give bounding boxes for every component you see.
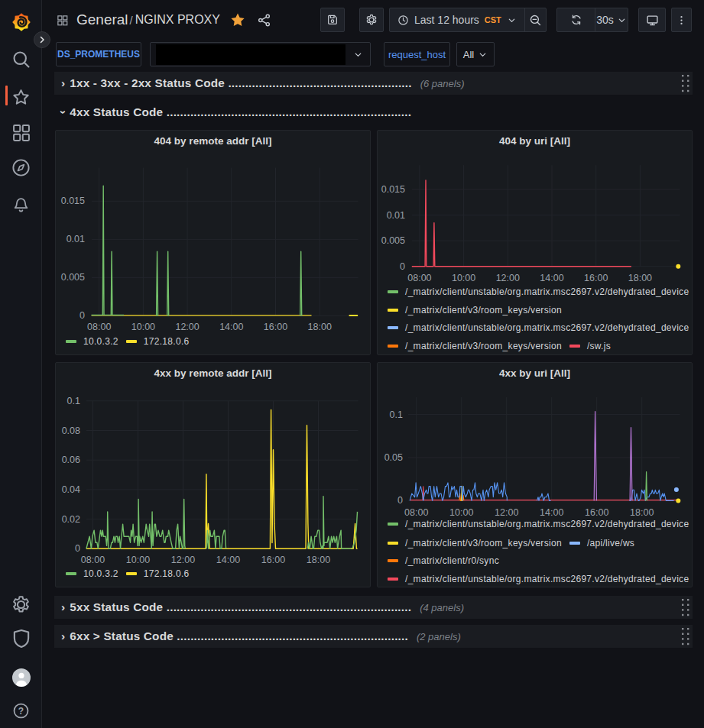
- svg-text:0.01: 0.01: [67, 234, 85, 244]
- svg-text:12:00: 12:00: [495, 507, 518, 518]
- svg-text:0: 0: [79, 310, 85, 321]
- svg-text:18:00: 18:00: [630, 507, 654, 518]
- svg-text:10:00: 10:00: [452, 273, 475, 283]
- svg-text:08:00: 08:00: [407, 273, 431, 283]
- svg-text:0.01: 0.01: [387, 210, 405, 221]
- svg-text:12:00: 12:00: [496, 273, 520, 283]
- svg-text:08:00: 08:00: [81, 555, 105, 565]
- svg-text:10:00: 10:00: [131, 322, 155, 332]
- svg-text:0.015: 0.015: [61, 196, 85, 206]
- svg-text:16:00: 16:00: [585, 507, 608, 518]
- svg-text:0.02: 0.02: [62, 514, 80, 525]
- svg-text:14:00: 14:00: [219, 322, 243, 332]
- svg-text:18:00: 18:00: [628, 273, 652, 283]
- svg-text:16:00: 16:00: [584, 273, 608, 283]
- svg-text:14:00: 14:00: [216, 555, 240, 565]
- svg-text:0.005: 0.005: [381, 235, 405, 246]
- svg-text:0: 0: [400, 261, 405, 272]
- svg-text:18:00: 18:00: [308, 322, 332, 332]
- svg-text:?: ?: [18, 706, 24, 717]
- svg-text:12:00: 12:00: [171, 555, 195, 565]
- svg-text:10:00: 10:00: [449, 507, 473, 518]
- svg-text:0.005: 0.005: [61, 272, 85, 283]
- svg-text:10:00: 10:00: [126, 555, 150, 565]
- svg-text:08:00: 08:00: [404, 507, 428, 518]
- svg-text:12:00: 12:00: [175, 322, 199, 332]
- svg-text:0.1: 0.1: [67, 396, 80, 406]
- svg-text:0.08: 0.08: [62, 425, 80, 436]
- svg-text:16:00: 16:00: [261, 555, 285, 565]
- svg-text:08:00: 08:00: [87, 322, 111, 332]
- svg-text:0.1: 0.1: [390, 409, 403, 420]
- svg-text:14:00: 14:00: [540, 507, 563, 518]
- svg-text:0: 0: [397, 495, 403, 506]
- svg-text:18:00: 18:00: [307, 555, 330, 565]
- svg-text:0.06: 0.06: [62, 455, 80, 465]
- svg-text:16:00: 16:00: [264, 322, 287, 332]
- svg-text:0: 0: [75, 543, 80, 554]
- svg-text:0.05: 0.05: [384, 452, 403, 463]
- svg-text:14:00: 14:00: [540, 273, 563, 283]
- svg-text:0.04: 0.04: [62, 484, 80, 495]
- svg-text:0.015: 0.015: [381, 184, 405, 195]
